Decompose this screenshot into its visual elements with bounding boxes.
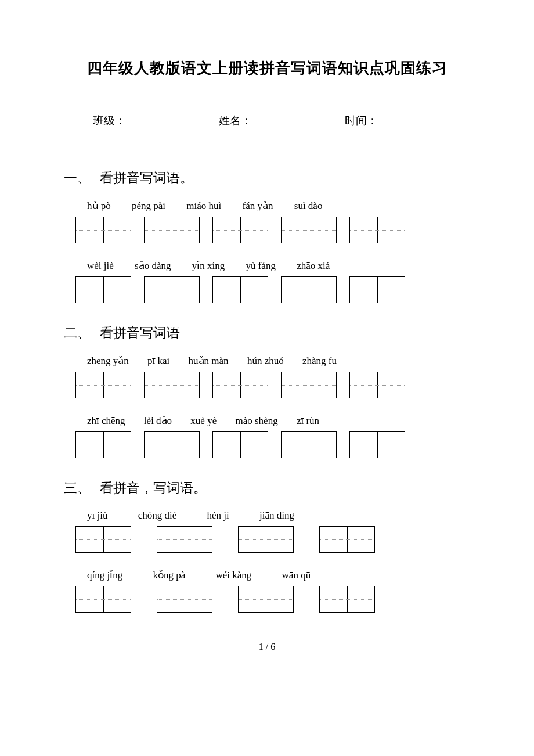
- answer-box[interactable]: [75, 586, 131, 613]
- pinyin-item: wān qū: [282, 570, 311, 581]
- page-title: 四年级人教版语文上册读拼音写词语知识点巩固练习: [64, 58, 470, 78]
- pinyin-item: mào shèng: [235, 415, 277, 427]
- answer-box[interactable]: [212, 276, 268, 303]
- pinyin-item: hén jì: [207, 510, 229, 521]
- answer-box[interactable]: [281, 372, 337, 398]
- time-label: 时间：: [345, 114, 378, 127]
- pinyin-item: zhēng yǎn: [87, 355, 129, 367]
- answer-box[interactable]: [144, 276, 200, 303]
- section-number: 三、: [64, 479, 91, 497]
- answer-box[interactable]: [75, 431, 131, 458]
- section-number: 二、: [64, 324, 91, 342]
- pinyin-item: zī rùn: [297, 415, 319, 427]
- page-number: 1 / 6: [64, 642, 470, 652]
- section-title: 看拼音写词语。: [100, 171, 193, 185]
- answer-box[interactable]: [238, 526, 294, 553]
- class-blank[interactable]: [126, 118, 184, 128]
- answer-box[interactable]: [281, 217, 337, 243]
- time-blank[interactable]: [378, 118, 436, 128]
- pinyin-item: zhāo xiá: [297, 260, 330, 272]
- answer-box[interactable]: [75, 217, 131, 243]
- answer-box[interactable]: [212, 431, 268, 458]
- answer-box-row: [64, 372, 470, 398]
- section-2: 二、 看拼音写词语 zhēng yǎn pī kāi huǎn màn hún …: [64, 324, 470, 458]
- pinyin-item: suì dào: [294, 200, 323, 212]
- section-1: 一、 看拼音写词语。 hǔ pò péng pài miáo huì fán y…: [64, 169, 470, 303]
- answer-box[interactable]: [281, 431, 337, 458]
- pinyin-item: yī jiù: [87, 510, 107, 521]
- answer-box[interactable]: [281, 276, 337, 303]
- section-title: 看拼音写词语: [100, 326, 180, 340]
- answer-box[interactable]: [144, 431, 200, 458]
- answer-box[interactable]: [349, 431, 405, 458]
- pinyin-item: kǒng pà: [153, 569, 185, 581]
- answer-box[interactable]: [319, 586, 375, 613]
- answer-box-row: [64, 276, 470, 303]
- pinyin-item: sǎo dàng: [135, 260, 171, 272]
- section-title: 看拼音，写词语。: [100, 481, 207, 495]
- answer-box[interactable]: [212, 372, 268, 398]
- pinyin-item: hún zhuó: [247, 355, 284, 367]
- pinyin-item: zhàng fu: [302, 355, 337, 367]
- pinyin-item: qíng jǐng: [87, 569, 122, 581]
- section-number: 一、: [64, 169, 91, 187]
- pinyin-item: yù fáng: [246, 260, 275, 272]
- answer-box[interactable]: [144, 372, 200, 398]
- section-heading: 一、 看拼音写词语。: [64, 169, 470, 187]
- pinyin-item: pī kāi: [147, 355, 169, 367]
- name-label: 姓名：: [219, 114, 252, 127]
- name-blank[interactable]: [252, 118, 310, 128]
- answer-box[interactable]: [157, 586, 212, 613]
- pinyin-row: qíng jǐng kǒng pà wéi kàng wān qū: [64, 569, 470, 581]
- pinyin-item: xuè yè: [190, 415, 217, 427]
- answer-box[interactable]: [144, 217, 200, 243]
- pinyin-item: miáo huì: [186, 200, 221, 212]
- pinyin-item: hǔ pò: [87, 200, 111, 212]
- answer-box[interactable]: [319, 526, 375, 553]
- pinyin-row: yī jiù chóng dié hén jì jiān dìng: [64, 510, 470, 521]
- answer-box[interactable]: [238, 586, 294, 613]
- pinyin-item: fán yǎn: [243, 200, 273, 212]
- section-heading: 二、 看拼音写词语: [64, 324, 470, 342]
- pinyin-item: wèi jiè: [87, 260, 114, 272]
- answer-box-row: [64, 586, 470, 613]
- pinyin-item: chóng dié: [138, 510, 177, 521]
- class-label: 班级：: [93, 114, 126, 127]
- answer-box[interactable]: [349, 372, 405, 398]
- answer-box[interactable]: [349, 217, 405, 243]
- answer-box[interactable]: [75, 526, 131, 553]
- student-info-line: 班级： 姓名： 时间：: [64, 113, 470, 128]
- pinyin-item: jiān dìng: [259, 510, 294, 521]
- section-heading: 三、 看拼音，写词语。: [64, 479, 470, 497]
- answer-box-row: [64, 526, 470, 553]
- pinyin-item: wéi kàng: [216, 570, 252, 581]
- pinyin-item: huǎn màn: [189, 355, 229, 367]
- pinyin-row: hǔ pò péng pài miáo huì fán yǎn suì dào: [64, 200, 470, 212]
- answer-box[interactable]: [349, 276, 405, 303]
- pinyin-row: wèi jiè sǎo dàng yǐn xíng yù fáng zhāo x…: [64, 260, 470, 272]
- section-3: 三、 看拼音，写词语。 yī jiù chóng dié hén jì jiān…: [64, 479, 470, 613]
- pinyin-item: yǐn xíng: [192, 260, 225, 272]
- answer-box-row: [64, 431, 470, 458]
- pinyin-item: péng pài: [132, 200, 165, 212]
- pinyin-row: zhēng yǎn pī kāi huǎn màn hún zhuó zhàng…: [64, 355, 470, 367]
- answer-box[interactable]: [75, 276, 131, 303]
- pinyin-item: lèi dǎo: [144, 415, 172, 427]
- answer-box-row: [64, 217, 470, 243]
- pinyin-row: zhī chēng lèi dǎo xuè yè mào shèng zī rù…: [64, 415, 470, 427]
- answer-box[interactable]: [212, 217, 268, 243]
- answer-box[interactable]: [157, 526, 212, 553]
- pinyin-item: zhī chēng: [87, 415, 125, 427]
- answer-box[interactable]: [75, 372, 131, 398]
